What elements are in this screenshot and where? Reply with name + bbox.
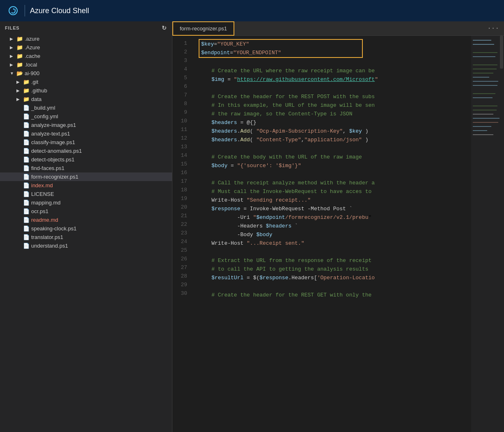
line-numbers: 1 2 3 4 5 6 7 8 9 10 11 12 13 14 15 16 1… [172,36,192,432]
chevron-right-icon: ▶ [10,45,16,50]
file-icon: 📄 [23,156,30,163]
svg-rect-10 [473,81,498,82]
sidebar-item-readme-md[interactable]: 📄 readme.md [0,216,172,224]
tree-label: translator.ps1 [31,234,63,240]
file-icon: 📄 [23,225,30,232]
file-icon: 📄 [23,182,30,188]
code-content[interactable]: $key="YOUR_KEY" $endpoint="YOUR_ENDPOINT… [192,36,471,432]
minimap-canvas [471,36,504,432]
sidebar-item-data[interactable]: ▶ 📁 data [0,95,172,103]
svg-rect-16 [473,114,493,115]
sidebar-item-find-faces[interactable]: 📄 find-faces.ps1 [0,164,172,172]
tree-label: speaking-clock.ps1 [31,225,77,232]
tree-label: form-recognizer.ps1 [31,174,78,180]
sidebar: FILES ↻ ▶ 📁 .azure ▶ 📁 .Azure ▶ 📁 .cache… [0,21,172,432]
sidebar-item-detect-anomalies[interactable]: 📄 detect-anomalies.ps1 [0,147,172,155]
code-line-28: $resultUrl = $($response.Headers['Operat… [199,273,471,282]
tree-label: classify-image.ps1 [31,139,75,145]
sidebar-item-config-yml[interactable]: 📄 _config.yml [0,112,172,121]
sidebar-item-github[interactable]: ▶ 📁 .github [0,86,172,95]
tab-form-recognizer[interactable]: form-recognizer.ps1 [172,21,234,36]
svg-rect-14 [473,106,497,106]
svg-rect-6 [473,64,497,65]
sidebar-item-translator[interactable]: 📄 translator.ps1 [0,233,172,241]
code-line-13 [199,144,471,153]
sidebar-item-ocr[interactable]: 📄 ocr.ps1 [0,207,172,216]
code-line-19: Write-Host "Sending receipt..." [199,196,471,205]
sidebar-item-cache-dot[interactable]: ▶ 📁 .cache [0,52,172,60]
code-line-20: $response = Invoke-WebRequest -Method Po… [199,205,471,213]
sidebar-item-license[interactable]: 📄 LICENSE [0,190,172,198]
code-line-27: # to call the API to getting the analysi… [199,265,471,273]
sidebar-item-local-dot[interactable]: ▶ 📁 .local [0,60,172,69]
svg-rect-7 [473,69,497,69]
tree-label: analyze-image.ps1 [31,122,76,128]
file-icon: 📄 [23,200,30,206]
sidebar-item-speaking-clock[interactable]: 📄 speaking-clock.ps1 [0,224,172,233]
code-line-21: -Uri "$endpoint/formrecognizer/v2.1/preb… [199,213,471,222]
code-line-30: # Create the header for the REST GET wit… [199,291,471,299]
tab-label: form-recognizer.ps1 [180,25,227,32]
chevron-down-icon: ▼ [10,71,16,76]
tree-label: mapping.md [31,200,61,206]
svg-rect-8 [473,73,493,74]
tab-more-button[interactable]: ··· [482,25,504,32]
code-line-8: # In this example, the URL of the image … [199,101,471,110]
sidebar-item-Azure-dot[interactable]: ▶ 📁 .Azure [0,43,172,52]
svg-rect-13 [473,97,493,98]
code-line-24: Write-Host "...Receipt sent." [199,239,471,248]
sidebar-item-azure-dot[interactable]: ▶ 📁 .azure [0,34,172,43]
tree-label: _config.yml [31,113,58,119]
code-line-7: # Create the header for the REST POST wi… [199,92,471,101]
file-icon: 📄 [23,234,30,240]
svg-rect-21 [473,134,493,135]
folder-icon: 📁 [16,44,23,51]
svg-rect-11 [473,85,497,86]
sidebar-item-mapping-md[interactable]: 📄 mapping.md [0,198,172,207]
tree-label: _build.yml [31,105,55,111]
tree-label: analyze-text.ps1 [31,131,70,137]
svg-rect-4 [473,52,497,53]
tree-label: index.md [31,182,53,188]
code-line-15: $body = "{'source': '$img'}" [199,161,471,170]
folder-icon: 📁 [16,62,23,68]
sidebar-item-git[interactable]: ▶ 📁 .git [0,78,172,86]
sidebar-refresh-icon[interactable]: ↻ [162,25,167,31]
folder-icon: 📁 [23,87,30,94]
tree-label: .git [31,79,38,85]
code-line-29 [199,282,471,291]
svg-rect-17 [473,118,499,119]
svg-rect-9 [473,77,489,78]
chevron-right-icon: ▶ [16,88,23,93]
file-icon: 📄 [23,131,30,137]
code-line-9: # the raw image, so the Content-Type is … [199,110,471,118]
sidebar-item-form-recognizer[interactable]: 📄 form-recognizer.ps1 [0,172,172,181]
tree-label: ocr.ps1 [31,208,48,214]
tree-label: data [31,96,41,102]
code-line-22: -Headers $headers ` [199,222,471,230]
tree-label: find-faces.ps1 [31,165,64,171]
app-title: Azure Cloud Shell [30,7,89,15]
header-divider [25,5,25,16]
sidebar-item-build-yml[interactable]: 📄 _build.yml [0,103,172,112]
sidebar-item-detect-objects[interactable]: 📄 detect-objects.ps1 [0,155,172,164]
tree-label: detect-objects.ps1 [31,156,75,163]
sidebar-item-index-md[interactable]: 📄 index.md [0,181,172,190]
sidebar-item-ai-900[interactable]: ▼ 📂 ai-900 [0,69,172,78]
sidebar-item-understand[interactable]: 📄 understand.ps1 [0,241,172,250]
folder-icon: 📁 [23,79,30,85]
chevron-right-icon: ▶ [10,54,16,58]
svg-rect-3 [473,44,494,45]
sidebar-item-analyze-image[interactable]: 📄 analyze-image.ps1 [0,121,172,129]
tree-label: understand.ps1 [31,243,68,249]
code-editor: 1 2 3 4 5 6 7 8 9 10 11 12 13 14 15 16 1… [172,36,504,432]
code-line-12: $headers.Add( "Content-Type","applicatio… [199,136,471,144]
svg-rect-22 [500,36,503,69]
tree-label: detect-anomalies.ps1 [31,148,82,154]
folder-icon: 📁 [16,53,23,59]
file-icon: 📄 [23,105,30,111]
sidebar-item-analyze-text[interactable]: 📄 analyze-text.ps1 [0,129,172,138]
sidebar-item-classify-image[interactable]: 📄 classify-image.ps1 [0,138,172,147]
tree-label: readme.md [31,217,58,223]
azure-refresh-icon[interactable] [7,4,20,17]
